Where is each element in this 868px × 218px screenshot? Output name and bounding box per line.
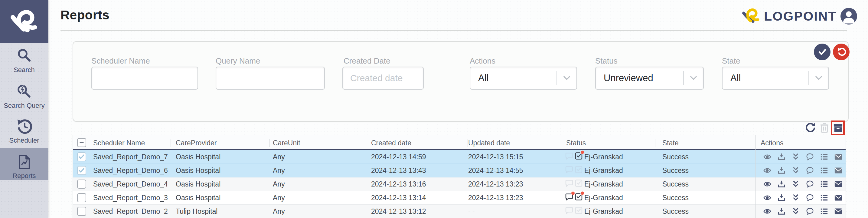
row-checkbox[interactable] (77, 166, 86, 175)
status-comment-icon[interactable] (565, 207, 573, 216)
col-header-careunit[interactable]: CareUnit (273, 139, 300, 147)
collapse-icon[interactable] (792, 180, 800, 188)
column-divider (559, 139, 559, 147)
table-row[interactable]: Saved_Report_Demo_6 Oasis Hospital Any 2… (73, 164, 846, 178)
col-header-state[interactable]: State (662, 139, 679, 147)
sidebar: Search Search Query Scheduler (0, 0, 49, 218)
cell-careunit: Any (273, 194, 285, 202)
col-header-updated-date[interactable]: Updated date (468, 139, 510, 147)
table-row[interactable]: Saved_Report_Demo_7 Oasis Hospital Any 2… (73, 150, 846, 164)
sidebar-item-scheduler[interactable]: Scheduler (0, 118, 49, 144)
status-review-icon[interactable] (575, 193, 583, 202)
sidebar-item-reports[interactable]: Reports (0, 148, 49, 180)
refresh-button[interactable] (805, 122, 816, 134)
table-row[interactable]: Saved_Report_Demo_2 Tulip Hospital Any 2… (73, 205, 846, 218)
comment-icon[interactable] (806, 166, 814, 174)
collapse-icon[interactable] (792, 153, 800, 161)
table-row[interactable]: Saved_Report_Demo_3 Oasis Hospital Any 2… (73, 191, 846, 205)
collapse-icon[interactable] (792, 166, 800, 174)
column-divider (468, 139, 468, 147)
select-all-checkbox[interactable] (77, 138, 86, 147)
status-comment-icon[interactable] (565, 180, 573, 189)
col-header-scheduler-name[interactable]: Scheduler Name (93, 139, 145, 147)
comment-icon[interactable] (806, 194, 814, 202)
view-icon[interactable] (763, 208, 771, 215)
comment-icon[interactable] (806, 180, 814, 188)
status-text: Ej-Granskad (584, 166, 623, 175)
mail-icon[interactable] (834, 153, 842, 161)
cell-careprovider: Tulip Hospital (176, 208, 217, 216)
status-comment-icon[interactable] (565, 152, 573, 162)
filter-label: Status (595, 56, 618, 66)
list-icon[interactable] (820, 208, 828, 215)
download-icon[interactable] (778, 153, 785, 161)
filter-label: Created Date (344, 56, 391, 66)
created-date-input[interactable] (342, 66, 424, 90)
reports-table: Scheduler Name CareProvider CareUnit Cre… (72, 135, 846, 218)
view-icon[interactable] (763, 180, 771, 188)
collapse-icon[interactable] (792, 208, 800, 215)
status-review-icon[interactable] (575, 166, 583, 175)
chevron-down-icon (684, 76, 703, 81)
query-name-input[interactable] (216, 66, 325, 90)
view-icon[interactable] (763, 166, 771, 174)
row-checkbox[interactable] (77, 152, 86, 161)
cell-state: Success (662, 208, 689, 216)
cell-updated-date: 2024-12-13 13:23 (468, 194, 523, 202)
cell-state: Success (662, 166, 689, 175)
cell-state: Success (662, 194, 689, 202)
table-body: Saved_Report_Demo_7 Oasis Hospital Any 2… (73, 150, 846, 218)
comment-icon[interactable] (806, 153, 814, 161)
page-title: Reports (61, 8, 110, 22)
comment-icon[interactable] (806, 208, 814, 215)
mail-icon[interactable] (834, 166, 842, 174)
list-icon[interactable] (820, 180, 828, 188)
status-comment-icon[interactable] (565, 193, 573, 202)
user-avatar[interactable] (840, 8, 857, 25)
download-icon[interactable] (778, 166, 785, 174)
sidebar-item-search-query[interactable]: Search Query (0, 84, 49, 110)
table-row[interactable]: Saved_Report_Demo_4 Oasis Hospital Any 2… (73, 178, 846, 191)
cell-careprovider: Oasis Hospital (176, 166, 220, 175)
cell-created-date: 2024-12-13 13:16 (371, 180, 426, 188)
sidebar-item-search[interactable]: Search (0, 48, 49, 74)
download-icon[interactable] (778, 208, 785, 215)
cell-created-date: 2024-12-13 13:12 (371, 208, 426, 216)
collapse-icon[interactable] (792, 194, 800, 202)
list-icon[interactable] (820, 194, 828, 202)
trash-icon (819, 122, 830, 133)
list-icon[interactable] (820, 153, 828, 161)
row-checkbox[interactable] (77, 180, 86, 189)
scheduler-history-icon (16, 118, 32, 134)
cell-careprovider: Oasis Hospital (176, 180, 220, 188)
scheduler-name-input[interactable] (91, 66, 198, 90)
row-checkbox[interactable] (77, 193, 86, 202)
row-checkbox[interactable] (77, 207, 86, 216)
apply-filters-button[interactable] (814, 44, 831, 60)
list-icon[interactable] (820, 166, 828, 174)
status-review-icon[interactable] (575, 152, 583, 162)
status-review-icon[interactable] (575, 207, 583, 216)
check-icon (818, 49, 827, 56)
download-icon[interactable] (778, 180, 785, 188)
row-actions (763, 194, 842, 202)
mail-icon[interactable] (834, 194, 842, 202)
cell-scheduler-name: Saved_Report_Demo_4 (93, 180, 168, 188)
col-header-created-date[interactable]: Created date (371, 139, 411, 147)
view-icon[interactable] (763, 153, 771, 161)
download-icon[interactable] (778, 194, 785, 202)
delete-button[interactable] (819, 122, 830, 134)
col-header-actions[interactable]: Actions (761, 139, 783, 147)
actions-select[interactable]: All (470, 66, 577, 90)
status-review-icon[interactable] (575, 180, 583, 189)
cell-status: Ej-Granskad (565, 193, 623, 202)
mail-icon[interactable] (834, 208, 842, 215)
col-header-status[interactable]: Status (566, 139, 586, 147)
view-icon[interactable] (763, 194, 771, 202)
status-comment-icon[interactable] (565, 166, 573, 175)
status-select[interactable]: Unreviewed (595, 66, 704, 90)
mail-icon[interactable] (834, 180, 842, 188)
state-select[interactable]: All (722, 66, 829, 90)
reset-filters-button[interactable] (833, 44, 849, 60)
col-header-careprovider[interactable]: CareProvider (176, 139, 217, 147)
